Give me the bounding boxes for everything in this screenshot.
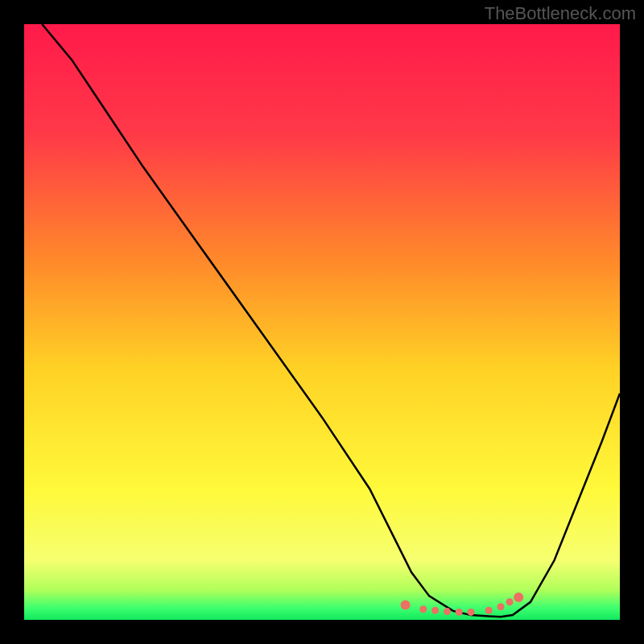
optimum-dot xyxy=(514,592,523,602)
optimum-dot xyxy=(419,605,427,613)
bottleneck-curve xyxy=(24,24,620,620)
optimum-dot xyxy=(506,598,514,605)
optimum-dot xyxy=(401,601,411,610)
optimum-dot xyxy=(468,609,475,616)
attribution-text: TheBottleneck.com xyxy=(485,3,636,24)
optimum-dot xyxy=(485,607,493,614)
optimum-dot xyxy=(431,607,439,614)
optimum-dot xyxy=(444,608,451,615)
optimum-dot xyxy=(456,609,463,616)
optimum-dot xyxy=(497,603,505,610)
chart-plot-area xyxy=(24,24,620,620)
